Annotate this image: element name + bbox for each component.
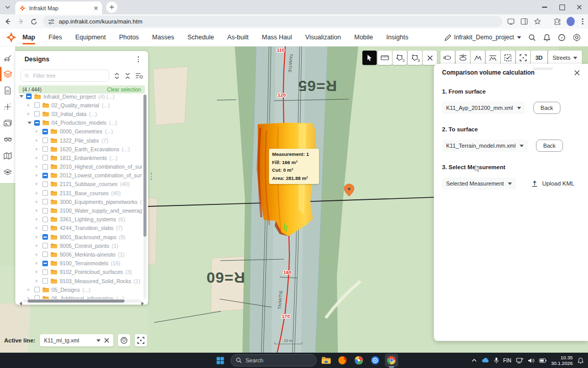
tree-expander-icon[interactable] bbox=[28, 122, 32, 124]
tree-expander-icon[interactable] bbox=[36, 156, 40, 159]
from-back-button[interactable]: Back bbox=[533, 102, 560, 114]
tree-item[interactable]: 0000_Geometries (...) bbox=[15, 127, 142, 136]
tree-checkbox[interactable] bbox=[42, 243, 48, 248]
nav-item[interactable]: Equipment bbox=[75, 29, 106, 45]
tree-checkbox[interactable] bbox=[42, 181, 48, 187]
nav-item[interactable]: Masses bbox=[152, 29, 174, 45]
bookmark-star-icon[interactable] bbox=[532, 15, 543, 28]
designs-menu-icon[interactable] bbox=[134, 54, 143, 64]
select-area-button[interactable] bbox=[501, 51, 515, 65]
tree-checkbox[interactable] bbox=[42, 173, 48, 178]
tree-item[interactable]: 1811_Enbankments (...) bbox=[15, 153, 142, 162]
notifications-bell-icon[interactable] bbox=[577, 357, 584, 364]
ruler-tool-button[interactable] bbox=[378, 51, 392, 65]
nav-item[interactable]: Mobile bbox=[354, 29, 373, 45]
taskbar-search[interactable]: Search bbox=[231, 354, 316, 366]
tree-checkbox[interactable] bbox=[42, 155, 48, 160]
tree-expander-icon[interactable] bbox=[36, 270, 40, 273]
url-bar[interactable]: app.infrakit.com/kuura/main.htm bbox=[43, 16, 502, 27]
active-line-select[interactable]: K11_ml_tg.xml bbox=[40, 334, 113, 347]
file-explorer-icon[interactable] bbox=[320, 354, 333, 367]
tree-item[interactable]: 05_Designs (...) bbox=[15, 285, 142, 294]
tab-close-icon[interactable] bbox=[94, 6, 98, 10]
nav-item[interactable]: As-built bbox=[227, 29, 249, 45]
tree-expander-icon[interactable] bbox=[36, 192, 40, 195]
tree-item[interactable]: 02_Quality_material (...) bbox=[15, 101, 142, 109]
panel-drag-handle[interactable] bbox=[533, 67, 553, 70]
extensions-puzzle-icon[interactable] bbox=[552, 15, 562, 28]
tree-horizontal-scrollbar[interactable] bbox=[23, 300, 141, 303]
3d-toggle-button[interactable]: 3D bbox=[531, 51, 547, 65]
tree-checkbox[interactable] bbox=[34, 295, 40, 299]
tree-expander-icon[interactable] bbox=[28, 288, 32, 291]
tree-checkbox[interactable] bbox=[42, 146, 48, 152]
bell-icon[interactable] bbox=[543, 34, 551, 41]
network-icon[interactable] bbox=[516, 358, 523, 363]
equipment-icon[interactable] bbox=[0, 52, 15, 63]
search-icon[interactable] bbox=[528, 34, 536, 41]
tree-item[interactable]: 04_Production_models (...) bbox=[15, 119, 142, 127]
tree-item[interactable]: 9006_Merkinta-aineisto (1) bbox=[15, 250, 142, 259]
tree-expander-icon[interactable] bbox=[36, 130, 40, 133]
nav-item[interactable]: Mass Haul bbox=[262, 29, 292, 45]
tree-expander-icon[interactable] bbox=[28, 104, 32, 107]
tree-checkbox[interactable] bbox=[42, 225, 48, 231]
layers-icon[interactable] bbox=[0, 68, 15, 80]
start-button[interactable] bbox=[213, 354, 227, 367]
nav-item[interactable]: Visualization bbox=[305, 29, 341, 45]
nav-item[interactable]: Photos bbox=[119, 29, 139, 45]
collapse-all-icon[interactable] bbox=[125, 73, 131, 79]
tree-checkbox[interactable] bbox=[34, 111, 40, 117]
photos-app-icon[interactable] bbox=[352, 354, 365, 367]
tree-expander-icon[interactable] bbox=[36, 148, 40, 151]
nav-item[interactable]: Insights bbox=[386, 29, 408, 45]
nav-item[interactable]: Schedule bbox=[187, 29, 214, 45]
tree-settings-icon[interactable] bbox=[135, 73, 143, 79]
tree-item[interactable]: 3100_Water_supply_and_sewerage (...) bbox=[15, 206, 142, 215]
to-surface-select[interactable]: K11_Terrain_model.mm.xml bbox=[442, 140, 528, 152]
tree-item[interactable]: 4244_Transition_slabs (7) bbox=[15, 224, 142, 233]
tree-checkbox[interactable] bbox=[42, 234, 48, 240]
window-maximize-button[interactable] bbox=[553, 0, 571, 14]
tree-checkbox[interactable] bbox=[34, 120, 40, 126]
nav-item[interactable]: Map bbox=[22, 29, 35, 45]
tree-checkbox[interactable] bbox=[42, 129, 48, 134]
tree-item[interactable]: 3361_Lighting_systems (6) bbox=[15, 215, 142, 224]
tree-checkbox[interactable] bbox=[42, 199, 48, 204]
tray-chevron-icon[interactable] bbox=[472, 359, 477, 362]
project-selector[interactable]: Infrakit_Demo_project bbox=[445, 34, 521, 41]
tree-item[interactable]: 3000_Equipments_pipenetworks (1) bbox=[15, 197, 142, 206]
firefox-icon[interactable] bbox=[336, 354, 349, 367]
tree-checkbox[interactable] bbox=[34, 102, 40, 108]
tree-item[interactable]: 1322_Pile_slabs (7) bbox=[15, 136, 142, 145]
tree-checkbox[interactable] bbox=[42, 261, 48, 266]
tree-expander-icon[interactable] bbox=[19, 95, 23, 98]
tree-item[interactable]: 03_Initial_data (...) bbox=[15, 109, 142, 118]
tree-expander-icon[interactable] bbox=[28, 297, 32, 299]
filter-tree-input[interactable] bbox=[32, 72, 105, 79]
tree-expander-icon[interactable] bbox=[36, 226, 40, 229]
basemap-select[interactable]: Streets bbox=[548, 51, 582, 65]
keyboard-language[interactable]: FIN bbox=[503, 358, 511, 363]
expand-all-icon[interactable] bbox=[114, 73, 120, 79]
tree-checkbox[interactable] bbox=[26, 94, 32, 99]
locate-line-button[interactable] bbox=[118, 334, 130, 347]
nav-item[interactable]: Files bbox=[48, 29, 62, 45]
tree-item[interactable]: 9005_Control_points (1) bbox=[15, 241, 142, 250]
tree-item[interactable]: 9102_Pointcloud_surfaces (3) bbox=[15, 268, 142, 277]
map-icon[interactable] bbox=[0, 150, 15, 162]
taskbar-clock[interactable]: 10.35 30.1.2026 bbox=[551, 355, 573, 366]
browser-menu-icon[interactable] bbox=[578, 15, 588, 28]
stack-icon[interactable] bbox=[0, 167, 15, 178]
profile-line-button[interactable] bbox=[486, 51, 500, 65]
tree-expander-icon[interactable] bbox=[36, 165, 40, 168]
window-minimize-button[interactable] bbox=[536, 0, 553, 14]
tree-checkbox[interactable] bbox=[42, 251, 48, 257]
tree-checkbox[interactable] bbox=[42, 208, 48, 214]
tree-item[interactable]: 9001_Backround_maps (9) bbox=[15, 233, 142, 241]
tree-item[interactable]: 9100_Terrainmodels (16) bbox=[15, 259, 142, 268]
profile-avatar[interactable] bbox=[567, 17, 574, 26]
browser-tab[interactable]: Infrakit Map bbox=[15, 2, 102, 14]
chrome-icon[interactable] bbox=[385, 354, 398, 367]
help-icon[interactable]: ? bbox=[558, 34, 566, 41]
